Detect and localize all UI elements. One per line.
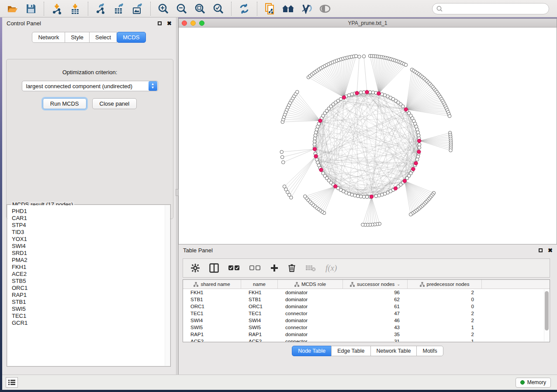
cell-predecessor_nodes: 1 xyxy=(408,324,482,331)
table-row[interactable]: ACE2ACE2connector311 xyxy=(183,338,544,342)
table-scrollbar-thumb[interactable] xyxy=(545,291,549,330)
zoom-selected-button[interactable] xyxy=(212,3,225,15)
import-network-button[interactable] xyxy=(51,3,63,15)
table-row[interactable]: SWI4SWI4dominator462 xyxy=(183,317,544,324)
zoom-fit-button[interactable] xyxy=(194,3,206,15)
tab-mcds[interactable]: MCDS xyxy=(117,32,145,43)
column-header-MCDS-role[interactable]: MCDS role xyxy=(278,280,343,289)
show-hide-button[interactable] xyxy=(319,3,331,15)
result-node-item[interactable]: CAR1 xyxy=(12,215,170,222)
result-node-item[interactable]: GCR1 xyxy=(12,320,170,327)
column-layout-icon[interactable] xyxy=(209,263,219,273)
export-network-button[interactable] xyxy=(95,3,107,15)
table-row[interactable]: SWI5SWI5connector431 xyxy=(183,324,544,331)
network-window-titlebar[interactable]: YPA_prune.txt_1 xyxy=(179,19,557,28)
cell-mcds_role: dominator xyxy=(278,289,343,296)
open-file-button[interactable] xyxy=(7,3,19,15)
zoom-in-button[interactable] xyxy=(157,3,170,15)
result-node-item[interactable]: ACE2 xyxy=(12,271,170,278)
export-table-button[interactable] xyxy=(113,3,125,15)
column-header-label: shared name xyxy=(201,282,230,287)
close-panel-button[interactable]: Close panel xyxy=(92,98,137,109)
result-node-item[interactable]: SRD1 xyxy=(12,250,170,257)
memory-button[interactable]: Memory xyxy=(515,378,551,388)
table-panel-tabs: Node TableEdge TableNetwork TableMotifs xyxy=(179,346,557,356)
export-network-icon xyxy=(95,3,107,14)
column-header-predecessor-nodes[interactable]: predecessor nodes xyxy=(408,280,482,289)
close-table-panel-icon[interactable]: ✖ xyxy=(548,248,553,253)
vizmapper-button[interactable] xyxy=(301,3,313,15)
close-panel-icon[interactable]: ✖ xyxy=(167,21,172,26)
result-node-item[interactable]: TID3 xyxy=(12,229,170,236)
result-node-item[interactable]: SWI5 xyxy=(12,306,170,313)
zoom-in-icon xyxy=(158,3,169,14)
home-gallery-button[interactable] xyxy=(282,3,294,15)
deselect-all-icon[interactable] xyxy=(249,265,261,271)
table-row[interactable]: TEC1TEC1connector472 xyxy=(183,310,544,317)
float-table-panel-icon[interactable] xyxy=(539,248,543,252)
result-node-item[interactable]: STB5 xyxy=(12,278,170,285)
tab-edge-table[interactable]: Edge Table xyxy=(331,346,370,356)
clear-table-icon[interactable] xyxy=(305,265,316,272)
network-search-field[interactable] xyxy=(432,3,549,14)
cell-predecessor_nodes: 2 xyxy=(408,310,482,317)
vizmapper-icon xyxy=(301,3,313,14)
import-table-button[interactable] xyxy=(69,3,81,15)
column-header-label: predecessor nodes xyxy=(427,282,470,287)
run-mcds-button[interactable]: Run MCDS xyxy=(43,98,86,109)
zoom-out-button[interactable] xyxy=(176,3,188,15)
tab-select[interactable]: Select xyxy=(89,32,117,43)
export-image-button[interactable] xyxy=(131,3,144,15)
delete-column-icon[interactable] xyxy=(288,264,296,272)
column-header-name[interactable]: name xyxy=(241,280,278,289)
result-node-item[interactable]: RAP1 xyxy=(12,292,170,299)
column-header-shared-name[interactable]: shared name xyxy=(183,280,241,289)
save-session-button[interactable] xyxy=(25,3,37,15)
show-panels-button[interactable] xyxy=(6,377,18,388)
table-row[interactable]: FKH1FKH1dominator962 xyxy=(183,289,544,296)
criterion-dropdown-value: largest connected component (undirected) xyxy=(22,83,149,89)
result-node-item[interactable]: SWI4 xyxy=(12,243,170,250)
mcds-result-list[interactable]: PHD1CAR1STP4TID3YOX1SWI4SRD1PMA2FKH1ACE2… xyxy=(7,205,170,366)
add-column-icon[interactable] xyxy=(270,264,278,272)
tab-node-table[interactable]: Node Table xyxy=(292,346,332,356)
result-node-item[interactable]: YOX1 xyxy=(12,236,170,243)
cell-name: STB1 xyxy=(241,296,278,303)
home-gallery-icon xyxy=(282,4,295,14)
function-builder-icon[interactable]: f(x) xyxy=(325,263,337,273)
network-canvas[interactable] xyxy=(179,28,557,244)
criterion-dropdown[interactable]: largest connected component (undirected)… xyxy=(22,81,158,91)
table-row[interactable]: RAP1RAP1dominator352 xyxy=(183,331,544,338)
tab-network[interactable]: Network xyxy=(32,32,65,43)
table-row[interactable]: STB1STB1dominator620 xyxy=(183,296,544,303)
table-scrollbar[interactable] xyxy=(544,289,549,341)
result-node-item[interactable]: FKH1 xyxy=(12,264,170,271)
result-node-item[interactable]: STB1 xyxy=(12,299,170,306)
import-table-icon xyxy=(70,3,80,14)
result-node-item[interactable]: PHD1 xyxy=(12,208,170,215)
result-node-item[interactable]: STP4 xyxy=(12,222,170,229)
tab-motifs[interactable]: Motifs xyxy=(416,346,443,356)
clone-network-button[interactable] xyxy=(264,3,276,15)
search-input[interactable] xyxy=(443,6,545,12)
export-table-icon xyxy=(114,3,125,14)
column-header-successor-nodes[interactable]: successor nodes⌄ xyxy=(343,280,408,289)
refresh-button[interactable] xyxy=(238,3,250,15)
cell-shared_name: SWI5 xyxy=(183,324,241,331)
result-node-item[interactable]: PMA2 xyxy=(12,257,170,264)
control-panel-title: Control Panel xyxy=(7,20,158,27)
result-node-item[interactable]: ORC1 xyxy=(12,285,170,292)
table-row[interactable]: ORC1ORC1dominator610 xyxy=(183,303,544,310)
open-file-icon xyxy=(7,4,18,14)
tab-style[interactable]: Style xyxy=(65,32,90,43)
gear-icon[interactable] xyxy=(191,264,200,272)
result-node-item[interactable]: TEC1 xyxy=(12,313,170,320)
float-panel-icon[interactable] xyxy=(158,21,162,25)
cell-predecessor_nodes: 2 xyxy=(408,317,482,324)
cell-name: FKH1 xyxy=(241,289,278,296)
cell-name: ORC1 xyxy=(241,303,278,310)
result-list-scrollbar[interactable] xyxy=(165,205,170,366)
cell-successor_nodes: 35 xyxy=(343,331,408,338)
select-all-icon[interactable] xyxy=(228,265,240,271)
tab-network-table[interactable]: Network Table xyxy=(370,346,417,356)
